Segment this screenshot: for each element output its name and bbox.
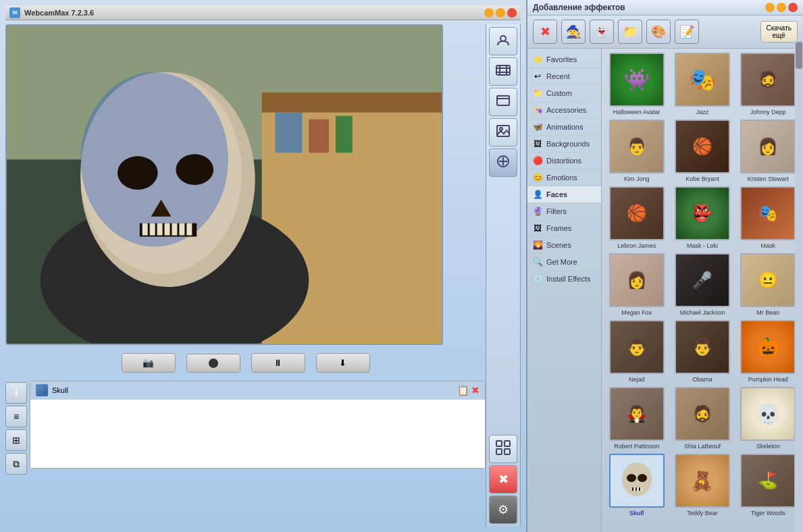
svg-rect-5 — [309, 119, 329, 153]
download-more-button[interactable]: Скачать ещё — [760, 21, 798, 43]
main-container: W WebcamMax 7.2.3.6 — [0, 0, 803, 532]
rp-close-button[interactable] — [788, 3, 798, 12]
add-button[interactable]: 📁 — [618, 20, 642, 44]
distortions-icon: 🔴 — [533, 156, 542, 165]
effect-teddy-bear[interactable]: 🧸 Teddy Bear — [671, 454, 733, 516]
effect-halloween-avatar[interactable]: 👾 Halloween Avatar — [606, 53, 667, 115]
maximize-button[interactable] — [496, 8, 505, 18]
record-button[interactable] — [186, 354, 240, 373]
download-icon: ⬇ — [339, 358, 346, 368]
backgrounds-icon: 🖼 — [533, 139, 542, 149]
effect-label-mrbean: Mr Bean — [756, 309, 779, 316]
tab-list-button[interactable]: ≡ — [5, 406, 27, 427]
svg-rect-14 — [143, 223, 148, 236]
nav-item-custom[interactable]: 📁 Custom — [527, 85, 601, 102]
effect-label-obama: Obama — [692, 376, 713, 383]
nav-label-faces: Faces — [546, 190, 567, 198]
effect-mr-bean[interactable]: 😐 Mr Bean — [737, 253, 799, 316]
effect-michael-jackson[interactable]: 🎤 Michael Jackson — [671, 253, 733, 316]
ghost-button[interactable]: 👻 — [590, 20, 614, 44]
effect-thumb-obama: 👨 — [675, 320, 730, 374]
nav-item-accessories[interactable]: 👒 Accessories — [527, 102, 601, 119]
nav-item-recent[interactable]: ↩ Recent — [527, 68, 601, 85]
effect-nejad[interactable]: 👨 Nejad — [606, 320, 667, 383]
nav-item-frames[interactable]: 🖼 Frames — [527, 220, 601, 237]
effect-mask[interactable]: 🎭 Mask — [737, 186, 799, 249]
nav-item-install-effects[interactable]: 💿 Install Effects — [527, 271, 601, 288]
nav-item-favorites[interactable]: ⭐ Favorites — [527, 51, 601, 68]
tools-btn[interactable] — [489, 435, 517, 463]
capture-button[interactable]: 📷 — [122, 353, 176, 373]
scrollbar-thumb[interactable] — [796, 42, 802, 69]
effect-mask-loki[interactable]: 👺 Mask - Loki — [671, 186, 733, 249]
nav-item-backgrounds[interactable]: 🖼 Backgrounds — [527, 136, 601, 153]
active-effect-item[interactable]: Skull 📋 ✖ — [30, 381, 485, 400]
nav-item-emotions[interactable]: 😊 Emotions — [527, 169, 601, 186]
effect-label-kim: Kim Jong — [624, 176, 650, 182]
image-btn[interactable] — [489, 118, 517, 147]
effect-lebron-james[interactable]: 🏀 Lebron James — [606, 186, 667, 249]
pause-button[interactable]: ⏸ — [251, 353, 305, 373]
settings-btn[interactable]: ⚙ — [489, 496, 517, 524]
effect-thumb-lebron: 🏀 — [609, 186, 665, 240]
copy-effect-button[interactable]: 📋 — [457, 385, 469, 396]
text-button[interactable]: 📝 — [675, 20, 699, 44]
app-icon: W — [9, 7, 20, 18]
minimize-button[interactable] — [484, 8, 494, 18]
effect-kobe-bryant[interactable]: 🏀 Kobe Bryant — [671, 119, 733, 182]
tab-layers-button[interactable]: ⧉ — [5, 453, 27, 475]
svg-rect-41 — [640, 487, 642, 491]
effect-pumpkin-head[interactable]: 🎃 Pumpkin Head — [737, 320, 799, 383]
rp-maximize-button[interactable] — [777, 3, 786, 12]
svg-point-37 — [627, 474, 636, 482]
stop-btn[interactable]: ✖ — [489, 465, 517, 494]
download-button[interactable]: ⬇ — [316, 353, 370, 373]
tab-grid-button[interactable]: ⊞ — [5, 429, 27, 451]
nav-item-scenes[interactable]: 🌄 Scenes — [527, 237, 601, 254]
nav-item-distortions[interactable]: 🔴 Distortions — [527, 153, 601, 169]
effect-obama[interactable]: 👨 Obama — [671, 320, 733, 383]
controls-bar: 📷 ⏸ ⬇ — [5, 349, 486, 377]
effects-toolbar: ✖ 🧙 👻 📁 🎨 📝 Скачать ещё — [527, 16, 803, 49]
close-button[interactable] — [507, 8, 517, 18]
nav-label-animations: Animations — [546, 123, 583, 131]
nav-item-animations[interactable]: 🦋 Animations — [527, 119, 601, 136]
nav-item-faces[interactable]: 👤 Faces — [527, 186, 601, 203]
effect-label-megan: Megan Fox — [621, 309, 652, 316]
remove-effect-button[interactable]: ✖ — [533, 20, 557, 44]
video-btn[interactable] — [489, 57, 517, 86]
scrollbar-track[interactable] — [795, 41, 803, 532]
webcam-icon — [495, 32, 511, 51]
wizard-button[interactable]: 🧙 — [561, 20, 586, 44]
effect-skull[interactable]: Skull — [606, 454, 667, 516]
effect-tiger-woods[interactable]: ⛳ Tiger Woods — [737, 454, 799, 516]
effects-grid-container[interactable]: 👾 Halloween Avatar 🎭 Jazz 🧔 Johnny Depp … — [602, 49, 803, 532]
nav-item-filters[interactable]: 🔮 Filters — [527, 203, 601, 220]
window-btn[interactable] — [489, 88, 517, 116]
effect-label-skeleton: Skeleton — [756, 443, 780, 450]
effects-btn[interactable] — [489, 149, 517, 177]
nav-item-get-more[interactable]: 🔍 Get More — [527, 254, 601, 271]
nav-label-scenes: Scenes — [546, 241, 571, 249]
effect-shia-labeouf[interactable]: 🧔 Shia LaBeouf — [671, 387, 733, 450]
paint-button[interactable]: 🎨 — [646, 20, 671, 44]
tab-info-button[interactable]: ℹ — [5, 382, 27, 404]
svg-rect-6 — [336, 116, 353, 153]
main-title-bar: W WebcamMax 7.2.3.6 — [5, 5, 521, 20]
effect-thumb-mask: 🎭 — [740, 186, 796, 240]
effect-johnny-depp[interactable]: 🧔 Johnny Depp — [737, 53, 799, 115]
effect-kim-jong[interactable]: 👨 Kim Jong — [606, 119, 667, 182]
effect-thumb-nejad: 👨 — [609, 320, 665, 374]
nav-label-emotions: Emotions — [546, 174, 577, 182]
effect-skeleton[interactable]: 💀 Skeleton — [737, 387, 799, 450]
effect-megan-fox[interactable]: 👩 Megan Fox — [606, 253, 667, 316]
effect-jazz[interactable]: 🎭 Jazz — [671, 53, 733, 115]
delete-effect-button[interactable]: ✖ — [471, 385, 480, 396]
nav-label-distortions: Distortions — [546, 157, 581, 165]
effect-kristen-stewart[interactable]: 👩 Kristen Stewart — [737, 119, 799, 182]
webcam-btn[interactable] — [489, 27, 517, 55]
effect-label-halloween: Halloween Avatar — [613, 109, 660, 115]
effect-robert-pattinson[interactable]: 🧛 Robert Pattinson — [606, 387, 667, 450]
rp-minimize-button[interactable] — [765, 3, 775, 12]
svg-point-12 — [176, 154, 213, 185]
